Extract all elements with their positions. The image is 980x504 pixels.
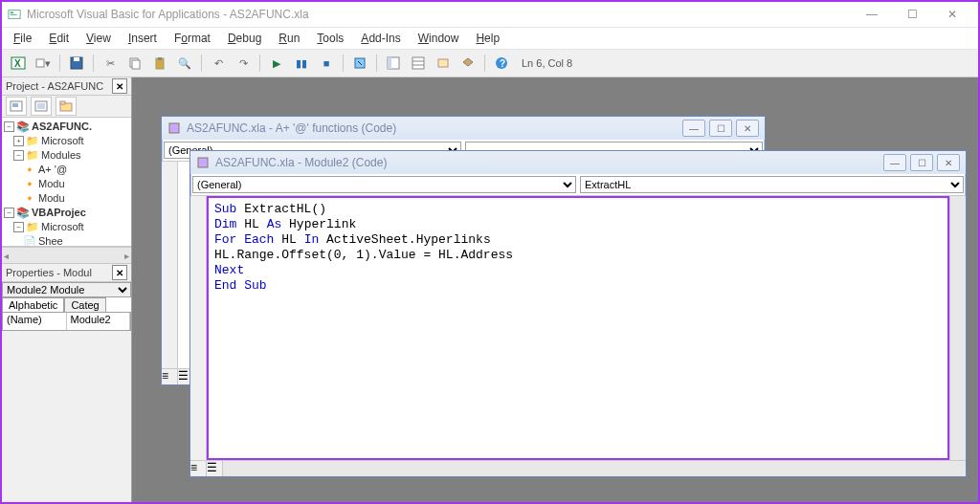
svg-rect-5 [36, 59, 44, 67]
run-icon[interactable]: ▶ [266, 53, 287, 74]
prop-name-label: (Name) [3, 313, 67, 330]
prop-name-value[interactable]: Module2 [67, 313, 131, 330]
menu-debug[interactable]: Debug [220, 30, 269, 47]
code-window-2-close[interactable]: ✕ [937, 154, 960, 171]
svg-rect-1 [11, 11, 14, 13]
properties-panel-close-icon[interactable]: ✕ [112, 265, 127, 280]
code-window-1-titlebar[interactable]: AS2AFUNC.xla - A+ '@' functions (Code) ―… [162, 117, 765, 140]
properties-tab-alphabetic[interactable]: Alphabetic [2, 297, 64, 312]
project-tree[interactable]: −📚 AS2AFUNC. +📁 Microsoft −📁 Modules 🔸 A… [2, 118, 131, 247]
code-window-2-proc-select[interactable]: ExtractHL [580, 176, 964, 193]
menu-addins[interactable]: Add-Ins [353, 30, 408, 47]
menu-view[interactable]: View [78, 30, 119, 47]
svg-text:X: X [14, 58, 21, 69]
code-window-2-gutter [190, 196, 207, 460]
main-area: Project - AS2AFUNC ✕ −📚 AS2AFUNC. +📁 Mic… [2, 77, 978, 502]
save-icon[interactable] [66, 53, 87, 74]
svg-rect-25 [37, 103, 45, 109]
copy-icon[interactable] [124, 53, 145, 74]
procedure-view-icon[interactable]: ≡ [162, 369, 178, 384]
svg-rect-11 [158, 57, 162, 60]
tree-hscroll[interactable]: ◂▸ [2, 247, 131, 264]
toolbar: X ▾ ✂ 🔍 ↶ ↷ ▶ ▮▮ ■ ? Ln 6, Col 8 [2, 50, 978, 77]
project-toolbar [2, 96, 131, 118]
help-icon[interactable]: ? [491, 53, 512, 74]
view-excel-icon[interactable]: X [8, 53, 29, 74]
menu-format[interactable]: Format [167, 30, 218, 47]
object-browser-icon[interactable] [433, 53, 454, 74]
menu-run[interactable]: Run [271, 30, 307, 47]
toolbox-icon[interactable] [457, 53, 479, 74]
redo-icon[interactable]: ↷ [233, 53, 254, 74]
cut-icon[interactable]: ✂ [100, 53, 121, 74]
svg-rect-27 [60, 101, 65, 104]
minimize-button[interactable]: ― [852, 4, 892, 25]
code-window-2-minimize[interactable]: ― [883, 154, 906, 171]
titlebar: Microsoft Visual Basic for Applications … [2, 2, 978, 28]
undo-icon[interactable]: ↶ [208, 53, 229, 74]
svg-rect-29 [198, 158, 208, 167]
full-module-view-icon[interactable]: ☰ [207, 461, 223, 476]
design-mode-icon[interactable] [349, 53, 370, 74]
menubar: File Edit View Insert Format Debug Run T… [2, 28, 978, 50]
menu-file[interactable]: File [6, 30, 39, 47]
paste-icon[interactable] [149, 53, 170, 74]
project-panel-title: Project - AS2AFUNC ✕ [2, 77, 131, 96]
window-controls: ― ☐ ✕ [852, 4, 972, 25]
code-window-1-maximize[interactable]: ☐ [709, 120, 732, 137]
module-icon [196, 156, 210, 169]
vba-app-icon [8, 8, 21, 21]
svg-rect-9 [132, 60, 140, 69]
svg-rect-28 [169, 123, 179, 133]
maximize-button[interactable]: ☐ [892, 4, 932, 25]
svg-rect-14 [388, 57, 391, 69]
code-window-2[interactable]: AS2AFUNC.xla - Module2 (Code) ― ☐ ✕ (Gen… [189, 150, 967, 477]
project-explorer-icon[interactable] [383, 53, 404, 74]
code-window-2-editor[interactable]: Sub ExtractHL() Dim HL As Hyperlink For … [207, 196, 949, 460]
procedure-view-icon[interactable]: ≡ [190, 461, 207, 476]
project-panel-close-icon[interactable]: ✕ [112, 78, 127, 94]
properties-panel-title: Properties - Modul ✕ [2, 264, 131, 282]
properties-panel: Module2 Module Alphabetic Categ (Name) M… [2, 282, 131, 331]
code-window-2-vscroll[interactable] [949, 196, 966, 460]
properties-tab-categorized[interactable]: Categ [64, 297, 105, 312]
break-icon[interactable]: ▮▮ [291, 53, 312, 74]
reset-icon[interactable]: ■ [316, 53, 337, 74]
svg-rect-18 [438, 59, 448, 67]
code-window-2-titlebar[interactable]: AS2AFUNC.xla - Module2 (Code) ― ☐ ✕ [190, 151, 966, 174]
properties-object-select[interactable]: Module2 Module [2, 282, 131, 297]
code-window-2-maximize[interactable]: ☐ [910, 154, 933, 171]
close-button[interactable]: ✕ [932, 4, 972, 25]
view-object-icon[interactable] [31, 97, 52, 116]
code-window-1-gutter [162, 162, 178, 368]
menu-insert[interactable]: Insert [121, 30, 165, 47]
svg-rect-15 [412, 57, 424, 69]
toggle-folders-icon[interactable] [56, 97, 77, 116]
view-code-icon[interactable] [6, 97, 27, 116]
find-icon[interactable]: 🔍 [174, 53, 195, 74]
vba-editor-window: Microsoft Visual Basic for Applications … [0, 0, 980, 504]
svg-text:?: ? [500, 58, 505, 69]
insert-dropdown-icon[interactable]: ▾ [33, 53, 54, 74]
cursor-position: Ln 6, Col 8 [522, 57, 572, 69]
sidebar: Project - AS2AFUNC ✕ −📚 AS2AFUNC. +📁 Mic… [2, 77, 132, 502]
code-window-2-object-select[interactable]: (General) [192, 176, 576, 193]
code-window-2-hscroll[interactable] [223, 461, 966, 476]
code-window-1-minimize[interactable]: ― [682, 120, 705, 137]
mdi-area: AS2AFUNC.xla - A+ '@' functions (Code) ―… [132, 77, 978, 502]
app-title: Microsoft Visual Basic for Applications … [27, 8, 309, 21]
menu-edit[interactable]: Edit [41, 30, 77, 47]
menu-window[interactable]: Window [411, 30, 467, 47]
module-icon [167, 121, 181, 135]
svg-rect-2 [11, 14, 17, 15]
menu-help[interactable]: Help [468, 30, 507, 47]
menu-tools[interactable]: Tools [309, 30, 351, 47]
svg-rect-7 [74, 57, 79, 61]
code-window-1-close[interactable]: ✕ [736, 120, 759, 137]
properties-window-icon[interactable] [408, 53, 429, 74]
